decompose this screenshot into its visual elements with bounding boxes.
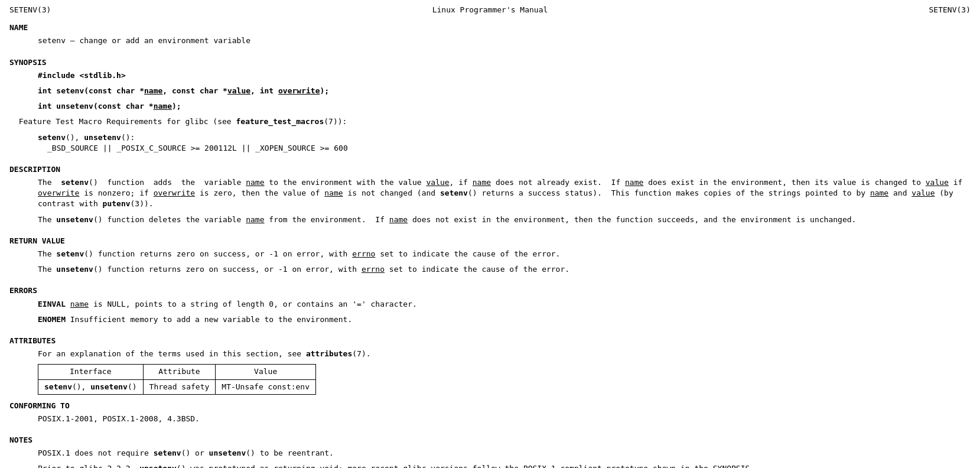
section-name-content: setenv – change or add an environment va… <box>38 35 971 46</box>
table-cell-attribute: Thread safety <box>143 379 216 394</box>
section-return-value: RETURN VALUE The setenv() function retur… <box>9 236 971 275</box>
table-header-row: Interface Attribute Value <box>38 365 316 379</box>
description-para2: The unsetenv() function deletes the vari… <box>38 214 971 225</box>
section-return-value-title: RETURN VALUE <box>9 236 971 246</box>
return-value-para1: The setenv() function returns zero on su… <box>38 249 971 259</box>
synopsis-sig2-text: int unsetenv(const char *name); <box>38 102 181 110</box>
section-attributes-title: ATTRIBUTES <box>9 336 971 346</box>
section-conforming-title: CONFORMING TO <box>9 401 971 411</box>
table-cell-value: MT-Unsafe const:env <box>216 379 316 394</box>
section-synopsis: SYNOPSIS #include <stdlib.h> int setenv(… <box>9 57 971 154</box>
col-interface: Interface <box>38 365 144 379</box>
section-name-title: NAME <box>9 22 971 33</box>
synopsis-feature-line: Feature Test Macro Requirements for glib… <box>9 116 971 127</box>
col-value: Value <box>216 365 316 379</box>
notes-para1: POSIX.1 does not require setenv() or uns… <box>38 448 971 459</box>
section-notes-title: NOTES <box>9 435 971 446</box>
section-description-title: DESCRIPTION <box>9 164 971 175</box>
conforming-content: POSIX.1-2001, POSIX.1-2008, 4.3BSD. <box>38 414 971 424</box>
section-name: NAME setenv – change or add an environme… <box>9 22 971 46</box>
synopsis-sig2: int unsetenv(const char *name); <box>38 101 971 112</box>
section-errors-title: ERRORS <box>9 285 971 296</box>
section-errors: ERRORS EINVAL name is NULL, points to a … <box>9 285 971 325</box>
col-attribute: Attribute <box>143 365 216 379</box>
table-row: setenv(), unsetenv() Thread safety MT-Un… <box>38 379 316 394</box>
synopsis-macro2: _BSD_SOURCE || _POSIX_C_SOURCE >= 200112… <box>47 143 971 154</box>
section-conforming: CONFORMING TO POSIX.1-2001, POSIX.1-2008… <box>9 401 971 424</box>
synopsis-include: #include <stdlib.h> <box>38 70 971 81</box>
section-attributes: ATTRIBUTES For an explanation of the ter… <box>9 336 971 395</box>
synopsis-sig1-text: int setenv(const char *name, const char … <box>38 86 329 95</box>
header-left: SETENV(3) <box>9 5 51 15</box>
section-notes: NOTES POSIX.1 does not require setenv() … <box>9 435 971 468</box>
section-synopsis-title: SYNOPSIS <box>9 57 971 68</box>
notes-para2: Prior to glibc 2.2.2, unsetenv() was pro… <box>38 463 971 468</box>
header-right: SETENV(3) <box>929 5 971 15</box>
errors-einval: EINVAL name is NULL, points to a string … <box>38 299 971 310</box>
attributes-table: Interface Attribute Value setenv(), unse… <box>38 364 316 394</box>
synopsis-macro1: setenv(), unsetenv(): <box>38 132 971 143</box>
table-cell-interface: setenv(), unsetenv() <box>38 379 144 394</box>
attributes-intro: For an explanation of the terms used in … <box>38 349 971 359</box>
return-value-para2: The unsetenv() function returns zero on … <box>38 264 971 275</box>
synopsis-sig1: int setenv(const char *name, const char … <box>38 86 971 96</box>
errors-enomem: ENOMEM Insufficient memory to add a new … <box>38 314 971 325</box>
description-para1: The setenv() function adds the variable … <box>38 177 971 210</box>
header-center: Linux Programmer's Manual <box>432 5 548 15</box>
page-header: SETENV(3) Linux Programmer's Manual SETE… <box>9 5 971 15</box>
section-description: DESCRIPTION The setenv() function adds t… <box>9 164 971 225</box>
